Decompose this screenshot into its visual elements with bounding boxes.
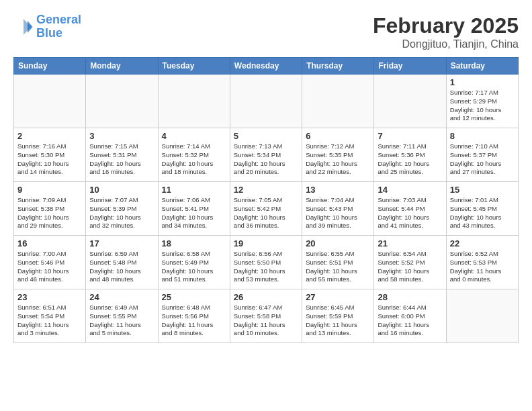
day-number: 26 [234,292,298,302]
day-info: Sunrise: 7:17 AM Sunset: 5:29 PM Dayligh… [450,89,515,123]
calendar-cell: 17Sunrise: 6:59 AM Sunset: 5:48 PM Dayli… [86,236,158,289]
day-number: 23 [17,292,82,302]
calendar-cell [14,75,86,128]
day-info: Sunrise: 7:03 AM Sunset: 5:44 PM Dayligh… [378,196,442,230]
day-info: Sunrise: 6:45 AM Sunset: 5:59 PM Dayligh… [306,304,370,338]
day-number: 1 [450,77,515,87]
day-number: 18 [162,238,226,248]
day-number: 6 [306,131,370,141]
day-number: 17 [89,238,154,248]
logo-line1: General [36,13,81,26]
day-info: Sunrise: 7:09 AM Sunset: 5:38 PM Dayligh… [17,196,82,230]
calendar-cell: 21Sunrise: 6:54 AM Sunset: 5:52 PM Dayli… [374,236,446,289]
calendar-cell [158,75,230,128]
day-number: 20 [306,238,370,248]
day-number: 5 [234,131,298,141]
day-info: Sunrise: 7:11 AM Sunset: 5:36 PM Dayligh… [378,142,442,177]
calendar-cell: 6Sunrise: 7:12 AM Sunset: 5:35 PM Daylig… [302,128,374,182]
day-info: Sunrise: 7:13 AM Sunset: 5:34 PM Dayligh… [234,142,298,177]
day-info: Sunrise: 7:04 AM Sunset: 5:43 PM Dayligh… [306,196,370,230]
day-info: Sunrise: 6:54 AM Sunset: 5:52 PM Dayligh… [378,250,442,284]
day-info: Sunrise: 6:49 AM Sunset: 5:55 PM Dayligh… [89,304,154,338]
calendar-cell: 13Sunrise: 7:04 AM Sunset: 5:43 PM Dayli… [302,182,374,236]
col-sunday: Sunday [14,58,86,75]
calendar-cell [446,289,518,343]
calendar-cell: 15Sunrise: 7:01 AM Sunset: 5:45 PM Dayli… [446,182,518,236]
logo: General Blue [13,13,81,40]
day-info: Sunrise: 6:48 AM Sunset: 5:56 PM Dayligh… [162,304,226,338]
col-thursday: Thursday [302,58,374,75]
day-info: Sunrise: 7:06 AM Sunset: 5:41 PM Dayligh… [162,196,226,230]
day-number: 7 [378,131,442,141]
calendar-cell: 3Sunrise: 7:15 AM Sunset: 5:31 PM Daylig… [86,128,158,182]
month-year: February 2025 [373,13,519,38]
svg-marker-1 [24,19,31,35]
calendar-week-5: 23Sunrise: 6:51 AM Sunset: 5:54 PM Dayli… [14,289,519,343]
col-friday: Friday [374,58,446,75]
calendar-cell: 22Sunrise: 6:52 AM Sunset: 5:53 PM Dayli… [446,236,518,289]
day-info: Sunrise: 7:16 AM Sunset: 5:30 PM Dayligh… [17,142,82,177]
day-info: Sunrise: 6:52 AM Sunset: 5:53 PM Dayligh… [450,250,515,284]
calendar-cell: 1Sunrise: 7:17 AM Sunset: 5:29 PM Daylig… [446,75,518,128]
calendar-cell [374,75,446,128]
day-info: Sunrise: 7:07 AM Sunset: 5:39 PM Dayligh… [89,196,154,230]
calendar-week-2: 2Sunrise: 7:16 AM Sunset: 5:30 PM Daylig… [14,128,519,182]
day-number: 16 [17,238,82,248]
col-tuesday: Tuesday [158,58,230,75]
calendar-cell: 2Sunrise: 7:16 AM Sunset: 5:30 PM Daylig… [14,128,86,182]
day-info: Sunrise: 6:44 AM Sunset: 6:00 PM Dayligh… [378,304,442,338]
day-number: 12 [234,185,298,195]
calendar-cell: 14Sunrise: 7:03 AM Sunset: 5:44 PM Dayli… [374,182,446,236]
day-info: Sunrise: 6:55 AM Sunset: 5:51 PM Dayligh… [306,250,370,284]
day-info: Sunrise: 7:12 AM Sunset: 5:35 PM Dayligh… [306,142,370,177]
title-block: February 2025 Dongjituo, Tianjin, China [373,13,519,50]
day-number: 11 [162,185,226,195]
calendar-week-4: 16Sunrise: 7:00 AM Sunset: 5:46 PM Dayli… [14,236,519,289]
calendar: Sunday Monday Tuesday Wednesday Thursday… [13,57,519,343]
header: General Blue February 2025 Dongjituo, Ti… [13,13,519,50]
calendar-cell: 7Sunrise: 7:11 AM Sunset: 5:36 PM Daylig… [374,128,446,182]
calendar-cell [302,75,374,128]
calendar-cell: 23Sunrise: 6:51 AM Sunset: 5:54 PM Dayli… [14,289,86,343]
calendar-cell: 19Sunrise: 6:56 AM Sunset: 5:50 PM Dayli… [230,236,302,289]
day-number: 9 [17,185,82,195]
calendar-cell: 11Sunrise: 7:06 AM Sunset: 5:41 PM Dayli… [158,182,230,236]
day-number: 13 [306,185,370,195]
logo-icon [13,17,34,37]
calendar-header-row: Sunday Monday Tuesday Wednesday Thursday… [14,58,519,75]
col-monday: Monday [86,58,158,75]
day-info: Sunrise: 6:47 AM Sunset: 5:58 PM Dayligh… [234,304,298,338]
location: Dongjituo, Tianjin, China [373,38,519,50]
day-info: Sunrise: 6:56 AM Sunset: 5:50 PM Dayligh… [234,250,298,284]
calendar-week-1: 1Sunrise: 7:17 AM Sunset: 5:29 PM Daylig… [14,75,519,128]
day-number: 14 [378,185,442,195]
calendar-cell: 26Sunrise: 6:47 AM Sunset: 5:58 PM Dayli… [230,289,302,343]
day-info: Sunrise: 7:05 AM Sunset: 5:42 PM Dayligh… [234,196,298,230]
calendar-cell: 4Sunrise: 7:14 AM Sunset: 5:32 PM Daylig… [158,128,230,182]
calendar-cell: 8Sunrise: 7:10 AM Sunset: 5:37 PM Daylig… [446,128,518,182]
calendar-cell [230,75,302,128]
day-number: 4 [162,131,226,141]
day-number: 24 [89,292,154,302]
day-number: 27 [306,292,370,302]
day-info: Sunrise: 7:01 AM Sunset: 5:45 PM Dayligh… [450,196,515,230]
calendar-week-3: 9Sunrise: 7:09 AM Sunset: 5:38 PM Daylig… [14,182,519,236]
day-info: Sunrise: 6:58 AM Sunset: 5:49 PM Dayligh… [162,250,226,284]
logo-line2: Blue [36,26,62,40]
day-number: 15 [450,185,515,195]
day-number: 3 [89,131,154,141]
calendar-cell: 9Sunrise: 7:09 AM Sunset: 5:38 PM Daylig… [14,182,86,236]
calendar-cell: 10Sunrise: 7:07 AM Sunset: 5:39 PM Dayli… [86,182,158,236]
logo-text: General Blue [36,13,81,40]
day-info: Sunrise: 7:15 AM Sunset: 5:31 PM Dayligh… [89,142,154,177]
calendar-cell [86,75,158,128]
day-number: 21 [378,238,442,248]
day-info: Sunrise: 7:14 AM Sunset: 5:32 PM Dayligh… [162,142,226,177]
day-number: 22 [450,238,515,248]
day-number: 28 [378,292,442,302]
day-info: Sunrise: 6:59 AM Sunset: 5:48 PM Dayligh… [89,250,154,284]
calendar-cell: 12Sunrise: 7:05 AM Sunset: 5:42 PM Dayli… [230,182,302,236]
calendar-cell: 20Sunrise: 6:55 AM Sunset: 5:51 PM Dayli… [302,236,374,289]
day-number: 25 [162,292,226,302]
calendar-cell: 27Sunrise: 6:45 AM Sunset: 5:59 PM Dayli… [302,289,374,343]
